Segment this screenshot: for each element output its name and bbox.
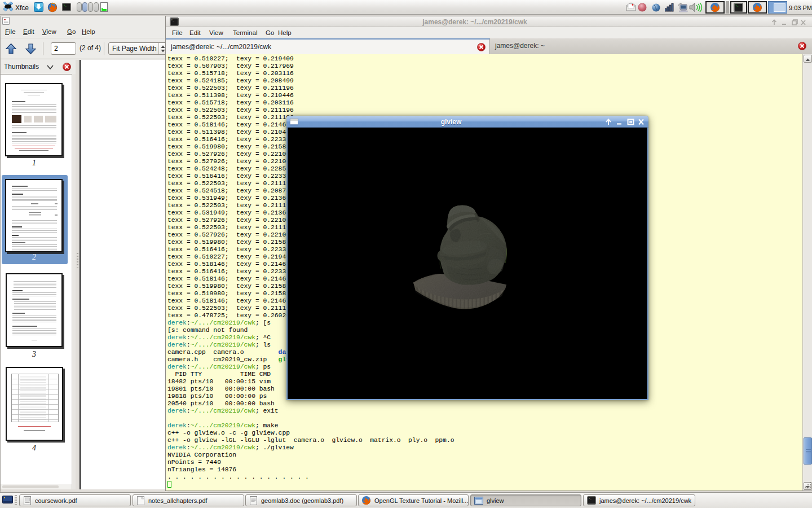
svg-text:>_: >_: [735, 4, 739, 7]
svg-text:>_: >_: [589, 497, 592, 500]
svg-text:>_: >_: [64, 4, 67, 7]
